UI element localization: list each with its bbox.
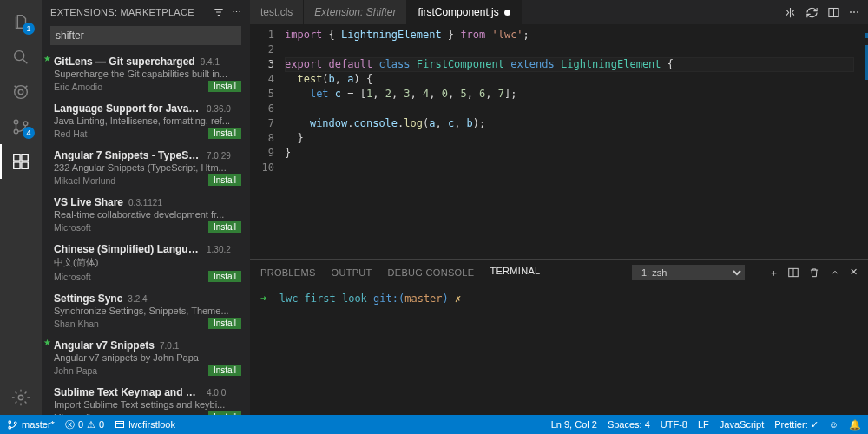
install-button[interactable]: Install: [208, 128, 241, 139]
extension-item[interactable]: ★Angular v7 Snippets7.0.1Angular v7 snip…: [42, 334, 250, 381]
editor-tab[interactable]: test.cls: [250, 0, 304, 24]
terminal-select[interactable]: 1: zsh: [632, 265, 745, 280]
extension-description: 232 Angular Snippets (TypeScript, Htm...: [54, 162, 241, 173]
activity-settings[interactable]: [0, 380, 42, 415]
activity-debug[interactable]: [0, 75, 42, 109]
extension-description: Real-time collaborative development fr..…: [54, 209, 241, 220]
status-eol[interactable]: LF: [698, 419, 709, 430]
activity-extensions[interactable]: [0, 144, 42, 179]
sidebar-title: EXTENSIONS: MARKETPLACE: [50, 7, 206, 17]
search-icon: [11, 48, 30, 67]
gear-icon: [11, 388, 30, 407]
editor-tab[interactable]: firstComponent.js: [407, 0, 521, 24]
bottom-panel: PROBLEMS OUTPUT DEBUG CONSOLE TERMINAL 1…: [250, 259, 868, 415]
extension-item[interactable]: Language Support for Java(T...0.36.0Java…: [42, 97, 250, 144]
extension-item[interactable]: Angular 7 Snippets - TypeScri...7.0.2923…: [42, 144, 250, 191]
svg-point-5: [23, 122, 28, 126]
svg-point-15: [14, 421, 16, 424]
status-problems[interactable]: ⓧ0 ⚠0: [65, 418, 104, 431]
install-button[interactable]: Install: [208, 411, 241, 415]
svg-rect-7: [22, 155, 28, 161]
activity-explorer[interactable]: 1: [0, 5, 42, 40]
split-terminal-icon[interactable]: [787, 266, 799, 279]
extension-name: Angular 7 Snippets - TypeScri...: [54, 149, 201, 161]
bug-icon: [11, 82, 30, 102]
status-language[interactable]: JavaScript: [720, 419, 764, 430]
editor-tab[interactable]: Extension: Shifter: [304, 0, 407, 24]
activity-search[interactable]: [0, 40, 42, 75]
activity-scm[interactable]: 4: [0, 109, 42, 144]
extension-name: Angular v7 Snippets: [54, 339, 155, 352]
panel-tab-debug[interactable]: DEBUG CONSOLE: [388, 267, 475, 278]
prompt-arrow: ➜: [260, 293, 266, 305]
scm-badge: 4: [23, 127, 35, 139]
extension-item[interactable]: Settings Sync3.2.4Synchronize Settings, …: [42, 287, 250, 334]
status-line-col[interactable]: Ln 9, Col 2: [551, 419, 597, 430]
svg-rect-9: [22, 162, 28, 168]
filter-icon[interactable]: [213, 6, 225, 18]
status-project[interactable]: lwcfirstlook: [115, 419, 175, 430]
panel-tab-output[interactable]: OUTPUT: [332, 267, 372, 278]
extension-publisher: John Papa: [54, 365, 208, 376]
terminal-content[interactable]: ➜ lwc-first-look git:(master) ✗: [250, 286, 868, 415]
explorer-badge: 1: [23, 23, 35, 35]
more-actions-icon[interactable]: ⋯: [849, 6, 859, 18]
code-editor[interactable]: 12345678910 import { LightningElement } …: [250, 24, 868, 259]
recommended-star-icon: ★: [43, 54, 51, 63]
code-lines: import { LightningElement } from 'lwc'; …: [285, 24, 856, 259]
status-bar: master* ⓧ0 ⚠0 lwcfirstlook Ln 9, Col 2 S…: [0, 415, 868, 434]
svg-point-2: [18, 89, 23, 95]
extension-version: 3.2.4: [128, 294, 147, 304]
refresh-icon[interactable]: [806, 6, 819, 19]
install-button[interactable]: Install: [208, 318, 241, 329]
compare-icon[interactable]: [784, 6, 797, 19]
extension-item[interactable]: Chinese (Simplified) Languag...1.30.2中文(…: [42, 238, 250, 287]
status-spaces[interactable]: Spaces: 4: [608, 419, 650, 430]
status-prettier[interactable]: Prettier: ✓: [774, 419, 819, 431]
extension-publisher: Microsoft: [54, 412, 208, 416]
svg-point-13: [9, 420, 11, 423]
close-panel-icon[interactable]: ✕: [850, 266, 858, 279]
panel-tab-terminal[interactable]: TERMINAL: [490, 266, 540, 279]
prompt-branch: master: [404, 293, 442, 305]
panel-tab-problems[interactable]: PROBLEMS: [260, 267, 316, 278]
svg-point-4: [14, 129, 18, 134]
prompt-path: lwc-first-look: [279, 293, 367, 305]
extension-name: VS Live Share: [54, 196, 123, 208]
install-button[interactable]: Install: [208, 271, 241, 282]
svg-rect-16: [116, 422, 124, 428]
extension-item[interactable]: ★GitLens — Git supercharged9.4.1Supercha…: [42, 50, 250, 97]
extensions-search-input[interactable]: [50, 26, 241, 45]
status-branch[interactable]: master*: [7, 419, 55, 431]
extension-version: 1.30.2: [207, 245, 231, 254]
maximize-panel-icon[interactable]: [829, 266, 841, 279]
status-bell-icon[interactable]: 🔔: [849, 419, 861, 431]
extension-version: 0.36.0: [207, 104, 231, 114]
install-button[interactable]: Install: [208, 174, 241, 186]
status-encoding[interactable]: UTF-8: [661, 419, 687, 430]
extensions-icon: [11, 152, 30, 171]
install-button[interactable]: Install: [208, 365, 241, 376]
more-icon[interactable]: ⋯: [232, 7, 241, 18]
extension-description: Supercharge the Git capabilities built i…: [54, 69, 241, 79]
new-terminal-icon[interactable]: ＋: [769, 266, 779, 279]
extension-publisher: Eric Amodio: [54, 82, 208, 92]
editor-tabs: test.clsExtension: ShifterfirstComponent…: [250, 0, 868, 24]
install-button[interactable]: Install: [208, 221, 241, 233]
extension-name: GitLens — Git supercharged: [54, 56, 195, 68]
tab-label: Extension: Shifter: [314, 6, 396, 18]
status-feedback-icon[interactable]: ☺: [829, 419, 838, 430]
extension-description: Synchronize Settings, Snippets, Theme...: [54, 306, 241, 316]
extension-item[interactable]: Sublime Text Keymap and Setti...4.0.0Imp…: [42, 381, 250, 415]
extensions-list: ★GitLens — Git supercharged9.4.1Supercha…: [42, 50, 250, 415]
minimap[interactable]: [856, 24, 868, 259]
kill-terminal-icon[interactable]: [808, 266, 820, 279]
split-editor-icon[interactable]: [827, 6, 840, 19]
branch-icon: [7, 419, 18, 431]
extension-version: 0.3.1121: [128, 198, 162, 207]
extension-item[interactable]: VS Live Share0.3.1121Real-time collabora…: [42, 191, 250, 238]
install-button[interactable]: Install: [208, 81, 241, 92]
recommended-star-icon: ★: [43, 338, 51, 347]
extension-name: Chinese (Simplified) Languag...: [54, 243, 201, 255]
prompt-git-suffix: ): [443, 293, 449, 305]
